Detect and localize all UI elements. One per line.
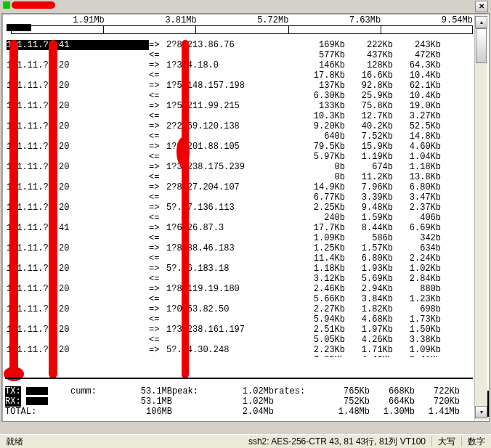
redaction-stroke: [176, 137, 190, 166]
rate-2s: 9.20Kb: [297, 121, 345, 131]
status-left: 就绪: [0, 436, 243, 447]
arrow-in-icon: <=: [149, 131, 166, 142]
arrow-in-icon: <=: [149, 192, 166, 203]
arrow-in-icon: <=: [149, 335, 166, 345]
rate-40s: 52.5Kb: [393, 121, 441, 131]
scale-tick-label: 7.63Mb: [288, 15, 381, 25]
summary-rates-label: rates:: [274, 386, 325, 396]
traffic-row-in: <=1.09Kb586b342b: [7, 233, 473, 243]
traffic-row-in: <=5.05Kb4.26Kb3.38Kb: [7, 335, 473, 345]
rate-2s: 6.30Kb: [297, 91, 345, 101]
rate-40s: 2.37Kb: [393, 203, 441, 213]
scroll-track[interactable]: [476, 28, 487, 407]
redaction-stroke: [4, 367, 24, 381]
local-ip: 1?1.11.?4.20: [7, 243, 149, 253]
rate-2s: 7.85Kb: [297, 355, 345, 357]
rate-40s: 10.4Kb: [393, 70, 441, 81]
rate-2s: 240b: [297, 213, 345, 223]
arrow-in-icon: <=: [149, 91, 166, 101]
summary-rate-40s: 720Kb: [415, 396, 460, 407]
rate-2s: 133Kb: [297, 101, 345, 111]
scale-tick-label: 3.81Mb: [105, 15, 197, 25]
traffic-row-out: 1?1.11.?4.20=>1?8.88.46.1831.25Kb1.57Kb6…: [7, 243, 473, 253]
rate-2s: 5.97Kb: [297, 152, 345, 162]
summary-rate-10s: 668Kb: [370, 386, 415, 396]
rate-10s: 7.52Kb: [345, 131, 393, 142]
rate-2s: 1.09Kb: [297, 233, 345, 243]
arrow-in-icon: <=: [149, 274, 166, 284]
traffic-list: 1?1.11.?4.41=>2?8.213.86.76169Kb222Kb243…: [7, 40, 473, 357]
rate-10s: 674b: [345, 162, 393, 172]
traffic-row-out: 1?1.11.?4.20=>1?5.148.157.198137Kb92.8Kb…: [7, 81, 473, 91]
summary-rates-label: [274, 396, 325, 407]
local-ip: 1?1.11.?4.20: [7, 325, 149, 335]
rate-40s: 1.09Kb: [393, 345, 441, 355]
arrow-out-icon: =>: [149, 162, 166, 172]
scroll-thumb[interactable]: [476, 28, 487, 63]
summary-peak-value: 2.04Mb: [223, 407, 274, 417]
rate-40s: 3.47Kb: [393, 192, 441, 203]
rate-10s: 1.59Kb: [345, 213, 393, 223]
local-ip: 1?1.11.?4.20: [7, 203, 149, 213]
arrow-out-icon: =>: [149, 182, 166, 192]
bandwidth-scale: 1.91Mb3.81Mb5.72Mb7.63Mb9.54Mb: [2, 14, 489, 37]
status-bar: 就绪 ssh2: AES-256-CTR 43, 81 43行, 81列 VT1…: [0, 434, 491, 448]
scale-tick-label: 9.54Mb: [381, 15, 473, 25]
local-ip: 1?1.11.?4.20: [7, 182, 149, 192]
close-button[interactable]: ✕: [475, 1, 488, 12]
summary-cumm-value: 53.1MB: [121, 386, 172, 396]
local-ip: 1?1.11.?4.20: [7, 60, 149, 70]
rate-40s: 472Kb: [393, 50, 441, 60]
traffic-row-out: 1?1.11.?4.41=>2?8.213.86.76169Kb222Kb243…: [7, 40, 473, 50]
summary-peak-value: 1.02Mb: [223, 396, 274, 407]
summary-label: TX:: [5, 386, 70, 396]
rate-2s: 0b: [297, 172, 345, 182]
traffic-row-out: 1?1.11.?4.20=>5?.57.136.1132.25Kb9.48Kb2…: [7, 203, 473, 213]
redaction-stroke: [9, 40, 18, 378]
scroll-up-button[interactable]: ▴: [475, 16, 487, 28]
arrow-out-icon: =>: [149, 142, 166, 152]
vertical-scrollbar[interactable]: ▴ ▾: [474, 15, 487, 420]
arrow-out-icon: =>: [149, 101, 166, 111]
rate-2s: 2.46Kb: [297, 284, 345, 294]
traffic-row-in: <=6.77Kb3.39Kb3.47Kb: [7, 192, 473, 203]
traffic-row-out: 1?1.11.?4.20=>1?0.53.82.502.27Kb1.82Kb69…: [7, 304, 473, 314]
rate-10s: 3.39Kb: [345, 192, 393, 203]
rate-40s: 3.27Kb: [393, 111, 441, 121]
rate-2s: 17.8Kb: [297, 70, 345, 81]
scale-tick-label: 5.72Mb: [197, 15, 289, 25]
rate-2s: 1.18Kb: [297, 264, 345, 274]
traffic-row-in: <=3.12Kb5.69Kb2.84Kb: [7, 274, 473, 284]
arrow-out-icon: =>: [149, 121, 166, 131]
local-ip: 1?1.11.?4.20: [7, 142, 149, 152]
traffic-row-in: <=5.66Kb3.84Kb1.23Kb: [7, 294, 473, 304]
rate-2s: 79.5Kb: [297, 142, 345, 152]
traffic-row-out: 1?1.11.?4.20=>2?8.27.204.10714.9Kb7.96Kb…: [7, 182, 473, 192]
rate-10s: 1.57Kb: [345, 243, 393, 253]
traffic-row-out: 1?1.11.?4.20=>1?3.238.175.2390b674b1.18K…: [7, 162, 473, 172]
rate-10s: 6.80Kb: [345, 253, 393, 264]
rate-10s: 7.96Kb: [345, 182, 393, 192]
arrow-in-icon: <=: [149, 213, 166, 223]
summary-cumm-label: [70, 396, 121, 407]
arrow-out-icon: =>: [149, 81, 166, 91]
rate-2s: 0b: [297, 162, 345, 172]
scroll-down-button[interactable]: ▾: [475, 406, 487, 418]
rate-10s: 4.68Kb: [345, 314, 393, 325]
terminal-area[interactable]: 1.91Mb3.81Mb5.72Mb7.63Mb9.54Mb 1?1.11.?4…: [1, 13, 490, 422]
rate-10s: 1.19Kb: [345, 152, 393, 162]
summary-rate-10s: 664Kb: [370, 396, 415, 407]
traffic-row-out: 1?1.11.?4.20=>1?3.4.18.0146Kb128Kb64.3Kb: [7, 60, 473, 70]
summary-rate-10s: 1.30Mb: [370, 407, 415, 417]
rate-40s: 19.0Kb: [393, 101, 441, 111]
rate-10s: 11.2Kb: [345, 172, 393, 182]
summary-cumm-label: [70, 407, 121, 417]
rate-10s: 15.9Kb: [345, 142, 393, 152]
rate-40s: 2.24Kb: [393, 253, 441, 264]
status-connection: ssh2: AES-256-CTR 43, 81 43行, 81列 VT100: [243, 436, 431, 447]
rate-40s: 698b: [393, 304, 441, 314]
summary-cumm-value: 53.1MB: [121, 396, 172, 407]
local-ip: 1?1.11.?4.20: [7, 345, 149, 355]
rate-10s: 4.46Kb: [345, 355, 393, 357]
rate-10s: 3.84Kb: [345, 294, 393, 304]
